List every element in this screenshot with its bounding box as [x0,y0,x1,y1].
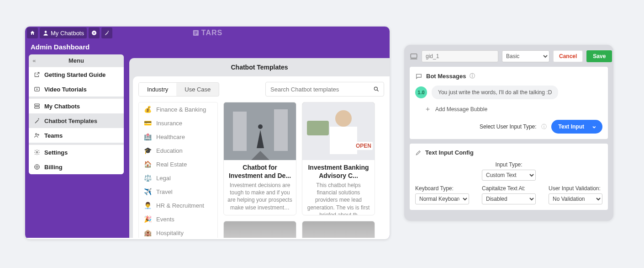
select-uit-label: Select User Input Type: [480,123,537,130]
sidebar-item-getting-started[interactable]: Getting Started Guide [29,67,124,82]
svg-rect-20 [307,121,329,135]
template-card[interactable]: OPEN Investment Banking Advisory C... Th… [302,102,375,215]
emoji-icon: 🏨 [143,229,152,236]
keyboard-type-select[interactable]: Normal Keyboard [415,193,469,204]
play-icon [33,86,41,93]
tab-industry[interactable]: Industry [139,83,176,96]
svg-point-18 [335,110,352,127]
svg-point-16 [258,124,263,129]
svg-point-10 [374,87,377,90]
emoji-icon: ⚖️ [143,174,152,182]
tars-header: My Chatbots TARS [25,27,390,39]
tars-logo-text: TARS [201,29,222,37]
emoji-icon: 🏠 [143,161,152,168]
card-header: Bot Messages ⓘ [415,72,602,80]
gambit-name-input[interactable] [422,50,498,62]
open-badge: OPEN [354,142,373,150]
save-button[interactable]: Save [586,50,612,62]
cat-label: Events [156,216,174,223]
cat-events[interactable]: 🎉Events [139,212,217,226]
validation-label: User Input Validation: [549,185,602,192]
cat-label: Legal [156,175,171,182]
collapse-icon[interactable]: « [32,57,36,64]
cat-healthcare[interactable]: 🏥Healthcare [139,130,217,144]
add-message-label: Add Message Bubble [435,106,487,113]
config-topbar: Basic Cancel Save [410,50,608,62]
sidebar-item-my-chatbots[interactable]: My Chatbots [29,99,124,113]
add-message-bubble[interactable]: ＋ Add Message Bubble [424,105,602,113]
capitalize-label: Capitalize Text At: [482,185,536,192]
cat-travel[interactable]: ✈️Travel [139,185,217,198]
external-link-icon [33,71,41,78]
cancel-button[interactable]: Cancel [553,50,583,62]
teams-icon [33,132,41,139]
svg-point-7 [38,134,39,135]
sidebar-item-teams[interactable]: Teams [29,128,124,143]
emoji-icon: 💳 [143,119,152,127]
template-card[interactable] [302,221,375,238]
new-button[interactable] [89,27,100,38]
home-button[interactable] [27,27,38,38]
home-icon [30,30,35,36]
cat-label: Insurance [156,120,182,127]
message-bubble[interactable]: You just write the words, I'll do all th… [432,86,558,99]
sidebar-item-billing[interactable]: Billing [29,160,124,174]
sidebar-item-video-tutorials[interactable]: Video Tutorials [29,82,124,96]
main-toolbar: Industry Use Case [138,82,384,96]
svg-rect-13 [274,109,288,151]
keyboard-type-label: Keyboard Type: [415,185,469,192]
sidebar-item-chatbot-templates[interactable]: Chatbot Templates [29,113,124,128]
sidebar-menu-title: Menu [69,57,84,64]
tab-use-case[interactable]: Use Case [176,83,219,96]
capitalize-select[interactable]: Disabled [482,193,536,204]
cat-label: Education [156,147,183,154]
search-input[interactable] [266,86,369,93]
cat-hospitality[interactable]: 🏨Hospitality [139,226,217,238]
user-input-type-select[interactable]: Text Input [551,120,602,134]
input-type-select[interactable]: Custom Text [482,170,536,181]
cat-finance[interactable]: 💰Finance & Banking [139,102,217,116]
gambit-type-select[interactable]: Basic [502,50,549,62]
cat-insurance[interactable]: 💳Insurance [139,116,217,130]
sidebar-item-settings[interactable]: Settings [29,145,124,160]
sidebar-menu: « Menu Getting Started Guide Vid [29,54,124,174]
bot-config-panel: Basic Cancel Save Bot Messages ⓘ 1.0 You… [404,45,613,221]
template-card[interactable] [223,221,296,238]
pencil-icon [415,150,422,156]
input-type-label: Input Type: [415,161,602,168]
my-chatbots-header-button[interactable]: My Chatbots [40,27,87,38]
template-cards: Chatbot for Investment and De... Investm… [223,102,384,238]
cat-education[interactable]: 🎓Education [139,144,217,157]
info-icon[interactable]: ⓘ [470,72,475,80]
tars-body: « Menu Getting Started Guide Vid [25,54,390,238]
plus-icon: ＋ [424,105,431,113]
magic-wand-button[interactable] [101,27,112,38]
cat-label: HR & Recruitment [156,202,204,209]
main-panel: Industry Use Case 💰Finance & Banking [133,76,390,238]
validation-select[interactable]: No Validation [549,193,602,204]
search-icon[interactable] [369,86,384,92]
cat-label: Finance & Banking [156,106,206,113]
cat-realestate[interactable]: 🏠Real Estate [139,157,217,171]
plus-circle-icon [91,30,97,36]
wand-icon [33,117,41,124]
cat-label: Healthcare [156,134,185,140]
main-title: Chatbot Templates [129,58,390,76]
message-index-badge: 1.0 [415,86,427,98]
logo-icon [192,29,200,37]
info-icon[interactable]: ⓘ [541,123,547,131]
view-tabs: Industry Use Case [138,82,219,96]
sidebar-label: My Chatbots [44,103,80,110]
svg-rect-21 [411,54,417,58]
search-box[interactable] [265,82,384,96]
card-title: Chatbot for Investment and De... [224,160,296,181]
sidebar-label: Teams [44,132,63,139]
banker-illustration-icon [302,102,375,160]
card-title: Investment Banking Advisory C... [302,160,375,181]
cat-hr[interactable]: 👨‍💼HR & Recruitment [139,198,217,212]
cat-legal[interactable]: ⚖️Legal [139,171,217,185]
svg-rect-19 [330,127,357,154]
bot-icon [42,30,49,36]
template-card[interactable]: Chatbot for Investment and De... Investm… [223,102,296,215]
cat-label: Real Estate [156,161,187,168]
